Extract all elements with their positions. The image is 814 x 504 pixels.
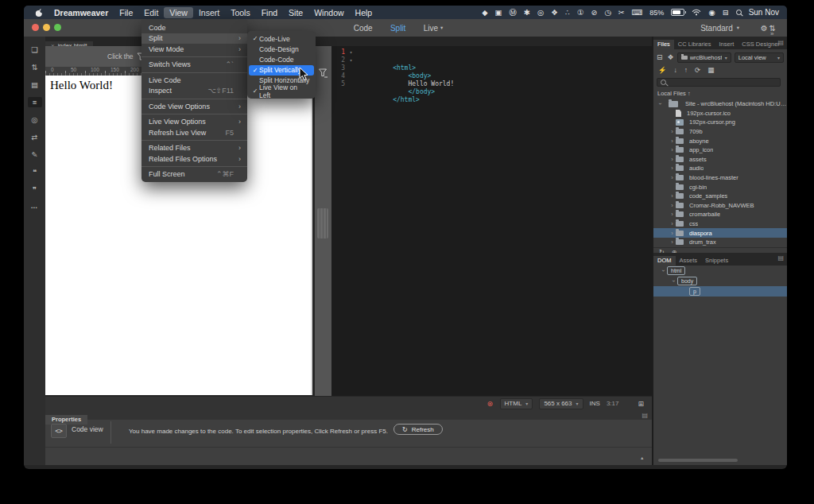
file-management-icon[interactable]: ⇅ — [28, 62, 42, 72]
file-tree-row[interactable]: › cgi-bin — [653, 182, 787, 192]
connect-server-icon[interactable]: ⊟ — [657, 53, 663, 61]
menu-item[interactable]: Inspect ⌥⇧F11 › — [141, 86, 247, 97]
panel-tab[interactable]: DOM — [653, 256, 676, 266]
doc-type-dropdown[interactable]: HTML ▾ — [500, 398, 533, 409]
open-documents-icon[interactable]: ❏ — [28, 45, 42, 55]
capture-app-icon[interactable]: ▣ — [495, 9, 502, 17]
info-status-icon[interactable]: ① — [577, 9, 584, 17]
menubar-item[interactable]: Window — [308, 7, 349, 18]
device-preview-icon[interactable]: ⊞ — [638, 400, 644, 408]
expand-panel-icon[interactable]: ▦ — [707, 66, 714, 74]
design-view-text[interactable]: Hello World! — [50, 79, 113, 92]
inactive-app-icon[interactable]: ∴ — [565, 9, 570, 17]
panel-tab[interactable]: CSS Designer — [738, 40, 784, 49]
adobe-badge-app-icon[interactable]: ✱ — [524, 9, 530, 17]
panel-tab[interactable]: Insert — [715, 40, 738, 49]
file-tree-row[interactable]: › css — [653, 219, 787, 229]
menubar-item[interactable]: Edit — [138, 7, 164, 18]
workspace-switcher[interactable]: Standard ▾ — [700, 19, 739, 37]
apple-menu-icon[interactable] — [35, 8, 44, 17]
wifi-icon[interactable] — [692, 9, 701, 16]
window-size-dropdown[interactable]: 565 x 663 ▾ — [539, 398, 583, 409]
menu-item[interactable]: Related Files › — [141, 143, 247, 154]
split-view-divider[interactable] — [315, 46, 331, 396]
get-files-icon[interactable]: ↓ — [674, 66, 677, 74]
code-fold-icon[interactable]: ▾ — [347, 48, 355, 56]
menu-item[interactable]: View Mode › — [141, 44, 247, 55]
chevron-icon[interactable]: › — [669, 138, 676, 145]
lint-error-icon[interactable]: ⊗ — [487, 399, 494, 408]
menubar-item[interactable]: Dreamweaver — [48, 7, 114, 18]
submenu-item[interactable]: ✓ Code-Design — [249, 44, 314, 54]
panel-resize-handle[interactable]: ▲ — [640, 456, 644, 460]
spotlight-search-icon[interactable] — [736, 10, 742, 15]
file-tree-row[interactable]: › app_icon — [653, 145, 787, 155]
dom-node-row[interactable]: › body — [653, 276, 787, 286]
format-source-icon[interactable]: ≡ — [28, 97, 42, 107]
submenu-item[interactable]: ✓ Code-Live — [249, 33, 314, 44]
menubar-item[interactable]: File — [114, 7, 138, 18]
code-line[interactable]: 5 ▾ </html> — [331, 80, 652, 88]
menu-item[interactable]: Related Files Options › — [141, 153, 247, 165]
panel-menu-icon[interactable]: ▤ — [642, 412, 648, 419]
control-center-icon[interactable]: ⊟ — [723, 9, 729, 17]
chevron-icon[interactable]: › — [657, 100, 664, 107]
disconnect-icon[interactable]: ⚡ — [658, 66, 667, 74]
creative-cloud-icon[interactable]: ◎ — [537, 9, 544, 17]
files-search-input[interactable] — [657, 78, 781, 87]
dom-node-row[interactable]: › p — [653, 286, 787, 297]
keyboard-status-icon[interactable]: ⌨ — [632, 9, 643, 17]
external-links-icon[interactable]: ⇄ — [28, 132, 42, 142]
user-menu-icon[interactable]: ◉ — [708, 9, 715, 17]
panel-menu-icon[interactable]: ▤ — [777, 39, 784, 46]
chevron-icon[interactable]: › — [669, 146, 676, 153]
refresh-button[interactable]: ↻ Refresh — [393, 424, 443, 435]
collapse-panels-icon[interactable]: » — [770, 30, 773, 37]
chevron-icon[interactable]: › — [669, 211, 676, 218]
gear-icon[interactable]: ⚙ — [761, 24, 768, 33]
view-mode-button[interactable]: Live ▾ — [424, 24, 444, 33]
code-line[interactable]: 3 ▾ Hello World! — [331, 64, 652, 72]
code-line[interactable]: 2 ▾ <body> — [331, 56, 652, 64]
mute-status-icon[interactable]: ⊘ — [591, 9, 597, 17]
menu-item[interactable]: Code › — [141, 22, 247, 33]
chevron-icon[interactable]: › — [669, 238, 676, 246]
chevron-icon[interactable]: › — [670, 277, 677, 285]
file-tree-row[interactable]: › assets — [653, 155, 787, 165]
view-mode-button[interactable]: Code ▾ — [354, 24, 378, 33]
cut-status-icon[interactable]: ✂ — [618, 9, 625, 17]
panel-tab[interactable]: Snippets — [701, 256, 732, 266]
panel-tab[interactable]: Files — [653, 40, 674, 49]
open-comment-icon[interactable]: ❝ — [28, 167, 42, 177]
m-app-icon[interactable]: Ⓜ — [510, 9, 517, 17]
file-tree-row[interactable]: › 192px-cursor.ico — [653, 109, 787, 118]
menubar-item[interactable]: Site — [283, 7, 308, 18]
live-code-inspect-icon[interactable]: ▤ — [28, 79, 42, 90]
dom-node-row[interactable]: › html — [653, 266, 787, 276]
file-tree-row[interactable]: › aboyne — [653, 136, 787, 145]
code-view[interactable]: 1 ▾ <html> 2 ▾ <body> 3 ▾ — [331, 46, 652, 396]
horizontal-scrollbar[interactable] — [658, 459, 738, 462]
menubar-item[interactable]: Tools — [225, 7, 256, 18]
battery-icon[interactable] — [671, 9, 684, 16]
apply-target-icon[interactable]: ◎ — [28, 114, 42, 125]
chevron-icon[interactable]: › — [669, 192, 676, 200]
chevron-icon[interactable]: › — [669, 220, 676, 227]
chevron-icon[interactable]: › — [660, 267, 667, 274]
file-tree-row[interactable]: › diaspora — [653, 228, 787, 238]
view-mode-button[interactable]: Split ▾ — [390, 24, 411, 33]
submenu-item[interactable]: ✓ Code-Code — [249, 54, 314, 64]
edit-attributes-icon[interactable]: ✎ — [28, 149, 42, 160]
file-tree-row[interactable]: › blood-lines-master — [653, 173, 787, 183]
put-files-icon[interactable]: ↑ — [684, 66, 688, 74]
shield-app-icon[interactable]: ◆ — [482, 9, 487, 17]
menu-item[interactable]: Code View Options › — [141, 101, 247, 112]
file-tree-row[interactable]: › Cromar-Robb_NAVWEB — [653, 201, 787, 211]
menu-item[interactable]: Refresh Live View F5 › — [141, 127, 247, 138]
menubar-item[interactable]: Insert — [193, 7, 225, 18]
menu-item[interactable]: Live View Options › — [141, 117, 247, 128]
chevron-icon[interactable]: › — [669, 230, 676, 237]
menubar-item[interactable]: Help — [350, 7, 378, 18]
remove-comment-icon[interactable]: ❞ — [28, 184, 42, 195]
panel-tab[interactable]: CC Libraries — [674, 40, 715, 49]
